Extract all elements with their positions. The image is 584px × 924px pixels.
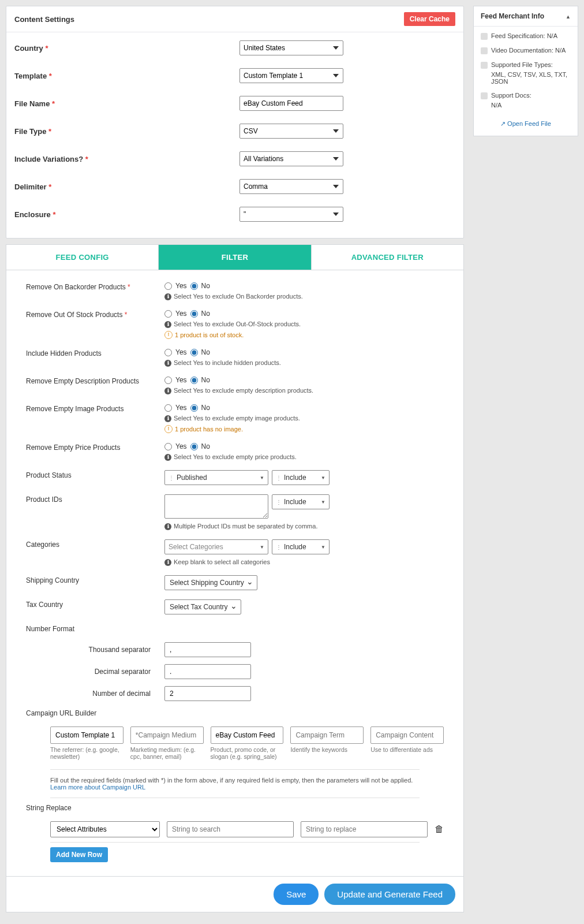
country-select[interactable]: United States bbox=[239, 40, 343, 55]
num-decimals-input[interactable] bbox=[164, 686, 251, 701]
help-icon bbox=[481, 92, 488, 99]
filename-input[interactable] bbox=[239, 96, 343, 111]
backorder-no[interactable] bbox=[190, 282, 198, 290]
emptyimg-yes[interactable] bbox=[164, 404, 172, 412]
side-title: Feed Merchant Info bbox=[481, 12, 544, 20]
categories-include-select[interactable]: ⋮Include bbox=[272, 539, 330, 554]
shipping-country-label: Shipping Country bbox=[26, 575, 164, 590]
campaign-note: Fill out the required fields (marked wit… bbox=[50, 769, 420, 798]
outofstock-no[interactable] bbox=[190, 310, 198, 318]
emptydesc-no[interactable] bbox=[190, 377, 198, 384]
info-icon bbox=[164, 292, 171, 300]
filename-label: File Name * bbox=[14, 99, 239, 108]
enclosure-label: Enclosure * bbox=[14, 210, 239, 219]
product-ids-label: Product IDs bbox=[26, 494, 164, 530]
feed-merchant-info-panel: Feed Merchant Info Feed Specification: N… bbox=[473, 6, 578, 136]
campaign-learn-more-link[interactable]: Learn more about Campaign URL bbox=[50, 784, 145, 791]
trash-icon[interactable]: 🗑 bbox=[435, 824, 444, 834]
info-icon bbox=[164, 522, 171, 530]
clear-cache-button[interactable]: Clear Cache bbox=[404, 12, 455, 26]
backorder-label: Remove On Backorder Products * bbox=[26, 282, 164, 300]
campaign-term-hint: Identify the keywords bbox=[290, 746, 364, 753]
info-icon bbox=[164, 414, 171, 422]
template-label: Template * bbox=[14, 72, 239, 80]
filetype-label: File Type * bbox=[14, 127, 239, 136]
sr-replace-input[interactable] bbox=[301, 821, 428, 837]
product-ids-include-select[interactable]: ⋮Include bbox=[272, 494, 330, 509]
warning-icon bbox=[164, 330, 173, 339]
campaign-medium-input[interactable] bbox=[130, 726, 204, 744]
thousand-sep-label: Thousand separator bbox=[26, 646, 164, 654]
num-decimals-label: Number of decimal bbox=[26, 690, 164, 698]
product-status-select[interactable]: ⋮Published bbox=[164, 470, 268, 485]
info-icon bbox=[164, 386, 171, 394]
generate-feed-button[interactable]: Update and Generate Feed bbox=[324, 884, 455, 905]
tax-country-select[interactable]: Select Tax Country bbox=[164, 599, 241, 614]
tab-advanced-filter[interactable]: ADVANCED FILTER bbox=[312, 245, 463, 270]
open-feed-file-link[interactable]: Open Feed File bbox=[481, 116, 571, 130]
decimal-sep-input[interactable] bbox=[164, 664, 251, 679]
collapse-icon[interactable] bbox=[566, 12, 571, 20]
decimal-sep-label: Decimal separator bbox=[26, 668, 164, 676]
backorder-yes[interactable] bbox=[164, 282, 172, 290]
doc-icon bbox=[481, 62, 488, 69]
string-replace-title: String Replace bbox=[26, 803, 164, 812]
doc-icon bbox=[481, 33, 488, 40]
variations-select[interactable]: All Variations bbox=[239, 151, 343, 166]
hidden-no[interactable] bbox=[190, 349, 198, 356]
tax-country-label: Tax Country bbox=[26, 599, 164, 614]
campaign-content-input[interactable] bbox=[370, 726, 444, 744]
campaign-name-input[interactable] bbox=[211, 726, 284, 744]
info-icon bbox=[164, 453, 171, 461]
outofstock-yes[interactable] bbox=[164, 310, 172, 318]
variations-label: Include Variations? * bbox=[14, 155, 239, 163]
campaign-source-input[interactable] bbox=[50, 726, 123, 744]
tab-filter[interactable]: FILTER bbox=[159, 245, 311, 270]
shipping-country-select[interactable]: Select Shipping Country bbox=[164, 575, 257, 590]
emptydesc-label: Remove Empty Description Products bbox=[26, 376, 164, 394]
hidden-yes[interactable] bbox=[164, 349, 172, 356]
emptyprice-label: Remove Empty Price Products bbox=[26, 442, 164, 461]
campaign-content-hint: Use to differentiate ads bbox=[370, 746, 444, 753]
campaign-source-hint: The referrer: (e.g. google, newsletter) bbox=[50, 746, 123, 760]
delimiter-label: Delimiter * bbox=[14, 182, 239, 191]
country-label: Country * bbox=[14, 44, 239, 53]
info-icon bbox=[164, 558, 171, 566]
campaign-name-hint: Product, promo code, or slogan (e.g. spr… bbox=[211, 746, 284, 760]
content-settings-panel: Content Settings Clear Cache Country * U… bbox=[6, 6, 464, 239]
filetype-select[interactable]: CSV bbox=[239, 124, 343, 139]
emptydesc-yes[interactable] bbox=[164, 377, 172, 384]
emptyimg-label: Remove Empty Image Products bbox=[26, 404, 164, 433]
campaign-term-input[interactable] bbox=[290, 726, 364, 744]
categories-select[interactable]: Select Categories bbox=[164, 539, 268, 554]
sr-attribute-select[interactable]: Select Attributes bbox=[50, 821, 160, 837]
save-button[interactable]: Save bbox=[274, 884, 319, 905]
emptyimg-no[interactable] bbox=[190, 404, 198, 412]
video-icon bbox=[481, 47, 488, 54]
warning-icon bbox=[164, 424, 173, 433]
categories-label: Categories bbox=[26, 539, 164, 566]
tab-feed-config[interactable]: FEED CONFIG bbox=[6, 245, 159, 270]
emptyprice-no[interactable] bbox=[190, 443, 198, 450]
sr-search-input[interactable] bbox=[167, 821, 294, 837]
thousand-sep-input[interactable] bbox=[164, 642, 251, 657]
product-ids-input[interactable] bbox=[164, 494, 268, 519]
number-format-title: Number Format bbox=[26, 624, 164, 633]
product-status-label: Product Status bbox=[26, 470, 164, 485]
info-icon bbox=[164, 359, 171, 367]
info-icon bbox=[164, 320, 171, 328]
outofstock-label: Remove Out Of Stock Products * bbox=[26, 310, 164, 339]
emptyprice-yes[interactable] bbox=[164, 443, 172, 450]
hidden-label: Include Hidden Products bbox=[26, 348, 164, 367]
campaign-medium-hint: Marketing medium: (e.g. cpc, banner, ema… bbox=[130, 746, 204, 760]
template-select[interactable]: Custom Template 1 bbox=[239, 68, 343, 83]
campaign-title: Campaign URL Builder bbox=[26, 708, 164, 717]
tabs: FEED CONFIG FILTER ADVANCED FILTER bbox=[6, 244, 464, 270]
enclosure-select[interactable]: " bbox=[239, 207, 343, 222]
filter-tab-content: Remove On Backorder Products * Yes No Se… bbox=[6, 270, 464, 877]
product-status-include-select[interactable]: ⋮Include bbox=[272, 470, 330, 485]
bottom-bar: Save Update and Generate Feed bbox=[6, 877, 464, 912]
delimiter-select[interactable]: Comma bbox=[239, 179, 343, 194]
add-new-row-button[interactable]: Add New Row bbox=[50, 847, 108, 862]
content-settings-title: Content Settings bbox=[14, 15, 74, 24]
